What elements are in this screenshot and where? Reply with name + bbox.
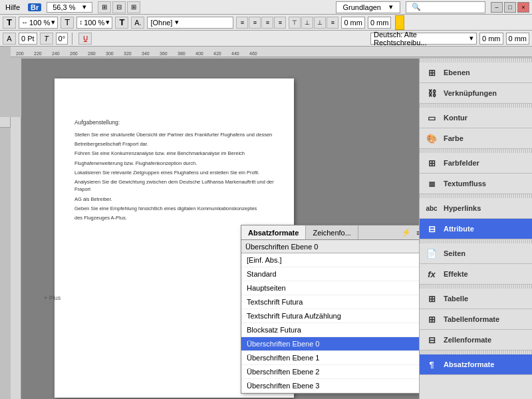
lang-arrow: ▾ [469,34,473,43]
search-icon: 🔍 [409,3,424,11]
panel-hyperlinks[interactable]: abc Hyperlinks [420,198,532,218]
seiten-icon: 📄 [425,247,438,260]
absatz-item-4[interactable]: Textschrift Futura Aufzählung [241,309,419,323]
underline-icon[interactable]: U̲ [78,33,92,45]
height-icon: ↕ [79,19,82,26]
lang-dropdown[interactable]: Deutsch: Alte Rechtschreibu... ▾ [370,33,477,45]
panel-zellenformate[interactable]: ⊟ Zellenformate [420,330,532,350]
pt-field[interactable]: 0 Pt [19,33,37,45]
view-icon-3[interactable]: ⊞ [127,1,140,13]
font-arrow: ▾ [175,18,179,27]
panel-section-hyperlinks: abc Hyperlinks [420,194,532,219]
doc-para-5: Lokalisieren Sie relevante Zielgruppen e… [74,169,274,176]
panel-farbfelder[interactable]: ⊞ Farbfelder [420,153,532,173]
panel-lightning-icon[interactable]: ⚡ [399,228,414,237]
lang-label: Deutsch: Alte Rechtschreibu... [374,31,467,47]
panel-section-verknuepfungen: ⛓ Verknüpfungen [420,83,532,104]
toolbar-row-1: T ↔ 100 % ▾ T ↕ 100 % ▾ T A. [Ohne] ▾ ≡ … [0,15,532,31]
align-mid[interactable]: ⊥ [301,17,313,29]
panel-verknuepfungen[interactable]: ⛓ Verknüpfungen [420,83,532,103]
panel-section-farbe: 🎨 Farbe [420,128,532,149]
mm-field-4[interactable]: 0 mm [506,33,530,45]
panel-section-kontur: ▭ Kontur [420,104,532,128]
right-panel: ⊞ Ebenen ⛓ Verknüpfungen ▭ Kontur 🎨 Farb… [419,59,532,399]
main-area: Aufgabenstellung: Stellen Sie eine struk… [0,59,532,399]
absatz-item-5[interactable]: Blocksatz Futura [241,323,419,337]
view-icon-2[interactable]: ⊟ [112,1,126,13]
text-tool-T[interactable]: T [3,17,16,29]
panel-farbe[interactable]: 🎨 Farbe [420,128,532,148]
align-center[interactable]: ≡ [249,17,261,29]
menu-hilfe[interactable]: Hilfe [3,3,23,11]
panel-tabellenformate[interactable]: ⊞ Tabellenformate [420,309,532,329]
minimize-button[interactable]: – [491,2,503,13]
tab-absatzformate[interactable]: Absatzformate [241,225,306,239]
width-field[interactable]: ↔ 100 % ▾ [19,17,58,29]
mm-field-3[interactable]: 0 mm [479,33,503,45]
doc-para-4: Flughafenerweiterung bzw. Flughafenkonze… [74,160,274,167]
panel-section-textumfluss: ≣ Textumfluss [420,174,532,194]
deg-field[interactable]: 0° [56,33,68,45]
panel-tabelle[interactable]: ⊞ Tabelle [420,289,532,309]
absatz-item-7[interactable]: Überschriften Ebene 1 [241,351,419,365]
width-value: 100 % [29,19,50,27]
ruler-mark: 300 [106,51,114,56]
align-right[interactable]: ≡ [261,17,273,29]
panel-absatzformate[interactable]: ¶ Absatzformate [420,354,532,374]
absatz-item-8[interactable]: Überschriften Ebene 2 [241,365,419,379]
link-icon[interactable]: T [61,17,74,29]
absatz-item-6[interactable]: Überschriften Ebene 0 [241,337,419,351]
grundlagen-dropdown[interactable]: Grundlagen ▾ [336,1,401,13]
absatz-item-1[interactable]: Standard ≡ [241,267,419,281]
maximize-button[interactable]: □ [504,2,516,13]
doc-para-8: Geben Sie eine Empfehlung hinsichtlich e… [74,205,274,212]
absatz-item-3[interactable]: Textschrift Futura [241,295,419,309]
farbe-icon: 🎨 [425,132,438,145]
align-left[interactable]: ≡ [236,17,248,29]
color-icon[interactable]: A. [131,17,144,29]
absatz-item-0[interactable]: [Einf. Abs.] [241,253,419,267]
height-field[interactable]: ↕ 100 % ▾ [76,17,112,29]
font-style-icon[interactable]: T [40,33,53,45]
tool-T3[interactable]: A [3,33,16,45]
ruler-mark: 200 [16,51,24,56]
ruler-mark: 320 [124,51,132,56]
textumfluss-icon: ≣ [425,177,438,190]
mm2-value: 0 mm [370,19,389,27]
doc-para-2: Betreibergesellschaft Fraport dar. [74,140,274,148]
panel-ebenen[interactable]: ⊞ Ebenen [420,63,532,82]
doc-para-9: des Flugzeuges A-Plus. [74,214,274,221]
panel-kontur[interactable]: ▭ Kontur [420,108,532,128]
text-icon-T2[interactable]: T [115,17,128,29]
panel-seiten[interactable]: 📄 Seiten [420,243,532,263]
font-label: [Ohne] [150,19,172,27]
deg-value: 0° [59,35,66,43]
font-dropdown[interactable]: [Ohne] ▾ [147,17,233,29]
panel-textumfluss[interactable]: ≣ Textumfluss [420,174,532,194]
close-button[interactable]: × [517,2,529,13]
ruler-mark: 280 [88,51,96,56]
mm1-value: 0 mm [344,19,362,27]
panel-effekte[interactable]: fx Effekte [420,264,532,284]
align-justify[interactable]: ≡ [274,17,286,29]
tab-zeichenformate[interactable]: Zeichenfo... [306,225,358,239]
panel-section-absatzformate: ¶ Absatzformate [420,350,532,375]
absatz-list[interactable]: [Einf. Abs.] Standard ≡ Hauptseiten Text… [241,253,419,393]
doc-para-1: Stellen Sie eine strukturelle Übersicht … [74,131,274,138]
ruler-mark: 420 [213,51,221,56]
panel-attribute[interactable]: ⊟ Attribute [420,219,532,239]
mm-field-2[interactable]: 0 mm [368,17,392,29]
panel-section-zellenformate: ⊟ Zellenformate [420,330,532,350]
mm-field-1[interactable]: 0 mm [341,17,365,29]
align-bot[interactable]: ⊥ [314,17,326,29]
search-bar[interactable]: 🔍 [406,1,485,13]
grundlagen-label: Grundlagen [340,3,384,11]
align-just2[interactable]: ≡ [327,17,338,29]
zoom-select[interactable]: 56,3 % ▾ [47,2,92,13]
absatz-item-2[interactable]: Hauptseiten [241,281,419,295]
absatz-item-9[interactable]: Überschriften Ebene 3 [241,379,419,393]
panel-menu-icon[interactable]: ≡ [414,229,419,237]
view-icon-1[interactable]: ⊞ [98,1,111,13]
align-top[interactable]: ⊤ [289,17,301,29]
lightning-button[interactable]: ⚡ [395,15,404,30]
